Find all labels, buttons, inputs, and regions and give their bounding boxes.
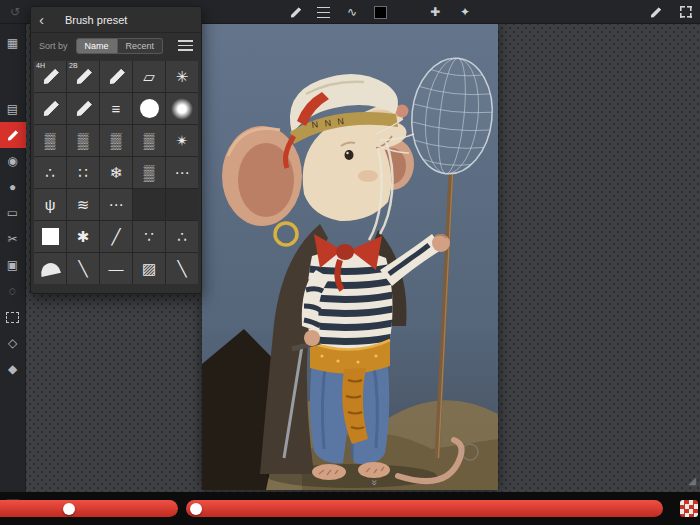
brush-grid: 4H2B▱✳≡▒▒▒▒✴∴∷❄▒⋯ψ≋⋯✱╱∵∴╲—▨╲ (34, 61, 198, 284)
brush-marker-thumb: ≡ (112, 101, 121, 116)
brush-noise[interactable]: ▒ (133, 157, 165, 188)
brush-scatter-thumb: ∴ (177, 229, 187, 244)
brush-sponge[interactable]: ▱ (133, 61, 165, 92)
brush-round-hard[interactable] (133, 93, 165, 124)
brush-round-soft[interactable] (166, 93, 198, 124)
brush-splatter-dots-thumb: ∷ (78, 165, 88, 180)
toolbar-center-group: ∿✚✦ (288, 0, 473, 24)
brush-pencil-sketch[interactable] (100, 61, 132, 92)
droplet-tool-icon[interactable]: ● (0, 174, 26, 200)
brush-line-thumb: — (109, 261, 124, 276)
curve-tool-icon[interactable]: ∿ (344, 4, 360, 20)
brush-tool-icon[interactable] (288, 5, 303, 20)
knife-tool-icon[interactable]: ✂ (0, 226, 26, 252)
brush-starburst[interactable]: ✴ (166, 125, 198, 156)
brush-spray-line[interactable]: ⋯ (100, 189, 132, 220)
brush-texture-4[interactable]: ▒ (133, 125, 165, 156)
brush-spray[interactable]: ∴ (34, 157, 66, 188)
brush-scratch[interactable]: ╱ (100, 221, 132, 252)
brush-pencil-soft[interactable] (34, 93, 66, 124)
edit-pen-icon[interactable] (648, 5, 663, 20)
brush-panel-header: ‹ Brush preset (31, 7, 201, 33)
brush-tool[interactable] (0, 122, 26, 148)
tool-sidebar: ▦▤◉●▭✂▣◌◇◆ (0, 24, 26, 492)
fullscreen-icon[interactable] (680, 6, 692, 18)
sort-row: Sort by Name Recent (31, 33, 201, 58)
brush-ribbon-thumb: ≋ (77, 197, 90, 212)
sort-name-button[interactable]: Name (76, 38, 118, 54)
brush-round-hard-thumb (140, 99, 159, 118)
sort-segmented-control: Name Recent (76, 38, 164, 54)
marquee-tool-icon[interactable] (0, 304, 26, 330)
brush-square-thumb (42, 228, 59, 245)
brush-stroke[interactable]: ╲ (166, 253, 198, 284)
brush-grass[interactable]: ψ (34, 189, 66, 220)
resize-handle-icon[interactable]: ◢ (688, 476, 696, 486)
back-chevron-icon[interactable]: ‹ (39, 12, 51, 27)
brush-fan[interactable] (34, 253, 66, 284)
brush-snowflake-thumb: ❄ (110, 165, 123, 180)
brush-splatter-dots[interactable]: ∷ (67, 157, 99, 188)
sort-by-label: Sort by (39, 41, 68, 51)
brush-dots[interactable]: ⋯ (166, 157, 198, 188)
brush-splatter[interactable]: ✳ (166, 61, 198, 92)
sort-recent-button[interactable]: Recent (118, 38, 164, 54)
brush-scatter[interactable]: ∴ (166, 221, 198, 252)
brush-starburst-thumb: ✴ (176, 133, 189, 148)
brush-texture-1-thumb: ▒ (45, 133, 56, 148)
brush-debris[interactable]: ∵ (133, 221, 165, 252)
color-swatch[interactable] (374, 6, 387, 19)
brush-texture-2-thumb: ▒ (78, 133, 89, 148)
brush-hatch-thumb: ▨ (142, 261, 156, 276)
marquee-tool-icon-glyph (6, 312, 19, 323)
brush-texture-2[interactable]: ▒ (67, 125, 99, 156)
undo-icon[interactable]: ↺ (7, 4, 23, 20)
brush-pencil-sketch-thumb (105, 66, 127, 88)
brush-spray-thumb: ∴ (45, 165, 55, 180)
brush-fan-thumb (39, 261, 61, 277)
opacity-slider[interactable] (186, 500, 663, 517)
brush-snowflake[interactable]: ❄ (100, 157, 132, 188)
brush-splatter-thumb: ✳ (176, 69, 189, 84)
brush-ribbon[interactable]: ≋ (67, 189, 99, 220)
brush-empty-1[interactable] (133, 189, 165, 220)
lasso-tool-icon[interactable]: ◌ (0, 278, 26, 304)
brush-hatch[interactable]: ▨ (133, 253, 165, 284)
brush-texture-3[interactable]: ▒ (100, 125, 132, 156)
toolbar-right-group (648, 0, 692, 24)
panel-title: Brush preset (65, 14, 127, 26)
list-view-icon[interactable] (178, 40, 193, 51)
brush-chunks-thumb: ✱ (77, 229, 90, 244)
canvas-artwork[interactable]: N N N (202, 24, 498, 490)
brush-pencil-hard[interactable] (67, 93, 99, 124)
brush-debris-thumb: ∵ (144, 229, 154, 244)
checker-color-icon[interactable] (680, 500, 698, 517)
stamp-tool-icon[interactable]: ▣ (0, 252, 26, 278)
brush-preset-panel: ‹ Brush preset Sort by Name Recent 4H2B▱… (30, 6, 202, 294)
brush-pencil-2b[interactable]: 2B (67, 61, 99, 92)
left-slider-knob[interactable] (63, 503, 75, 515)
brush-square[interactable] (34, 221, 66, 252)
fill-tool-icon[interactable]: ◆ (0, 356, 26, 382)
brush-pencil-4h-thumb (39, 66, 61, 88)
eraser-tool-icon[interactable]: ▭ (0, 200, 26, 226)
brush-texture-1[interactable]: ▒ (34, 125, 66, 156)
brush-pencil-soft-thumb (39, 98, 61, 120)
collapse-chevrons-icon[interactable]: » (369, 479, 380, 485)
brush-pencil-4h[interactable]: 4H (34, 61, 66, 92)
magic-wand-icon[interactable]: ✦ (457, 4, 473, 20)
brush-size-slider[interactable] (0, 500, 178, 517)
right-slider-knob[interactable] (190, 503, 202, 515)
blend-tool-icon[interactable]: ◉ (0, 148, 26, 174)
brush-settings-icon[interactable] (317, 7, 330, 18)
transform-tool-icon[interactable]: ◇ (0, 330, 26, 356)
brush-spray-line-thumb: ⋯ (109, 197, 124, 212)
brush-marker[interactable]: ≡ (100, 93, 132, 124)
layers-icon[interactable]: ▤ (0, 96, 26, 122)
brush-chunks[interactable]: ✱ (67, 221, 99, 252)
brush-diagonal[interactable]: ╲ (67, 253, 99, 284)
gallery-icon[interactable]: ▦ (0, 30, 26, 56)
brush-empty-2[interactable] (166, 189, 198, 220)
brush-line[interactable]: — (100, 253, 132, 284)
move-tool-icon[interactable]: ✚ (427, 4, 443, 20)
